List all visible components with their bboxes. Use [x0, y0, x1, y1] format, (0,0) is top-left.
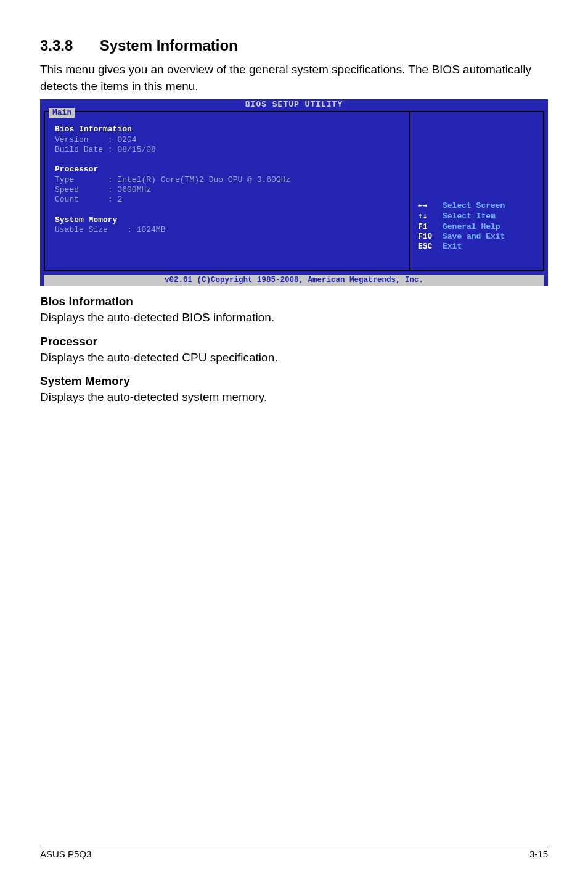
help-save-exit: Save and Exit — [443, 232, 505, 241]
arrow-left-right-icon: ←→ — [418, 200, 443, 210]
doc-bios-info-text: Displays the auto-detected BIOS informat… — [40, 310, 548, 326]
section-number: 3.3.8 — [40, 37, 96, 54]
footer-right: 3-15 — [529, 849, 548, 859]
help-select-screen: Select Screen — [443, 201, 505, 210]
bios-info-header: Bios Information — [55, 125, 132, 134]
bios-help-list: ←→Select Screen ↑↓Select Item F1General … — [418, 200, 505, 252]
proc-type-value: : Intel(R) Core(TM)2 Duo CPU @ 3.60GHz — [108, 175, 290, 184]
version-value: : 0204 — [108, 135, 137, 144]
help-general-help: General Help — [443, 222, 500, 231]
proc-speed-value: : 3600MHz — [108, 185, 151, 194]
doc-bios-info-heading: Bios Information — [40, 295, 548, 308]
build-date-value: : 08/15/08 — [108, 145, 156, 154]
proc-count-label: Count — [55, 195, 79, 204]
page-footer: ASUS P5Q3 3-15 — [40, 846, 548, 859]
doc-memory-heading: System Memory — [40, 374, 548, 388]
proc-type-label: Type — [55, 175, 74, 184]
mem-usable-label: Usable Size — [55, 225, 108, 234]
intro-paragraph: This menu gives you an overview of the g… — [40, 62, 548, 94]
section-title: System Information — [100, 37, 238, 54]
bios-body: Bios Information Version : 0204 Build Da… — [44, 111, 544, 271]
build-date-label: Build Date — [55, 145, 103, 154]
bios-info-panel: Bios Information Version : 0204 Build Da… — [45, 112, 410, 270]
doc-memory-text: Displays the auto-detected system memory… — [40, 389, 548, 406]
help-select-item: Select Item — [443, 212, 496, 221]
arrow-up-down-icon: ↑↓ — [418, 211, 443, 221]
bios-help-panel: ←→Select Screen ↑↓Select Item F1General … — [410, 112, 543, 270]
doc-processor-text: Displays the auto-detected CPU specifica… — [40, 350, 548, 366]
version-label: Version — [55, 135, 89, 144]
key-f10: F10 — [418, 232, 443, 242]
doc-processor-heading: Processor — [40, 335, 548, 349]
proc-speed-label: Speed — [55, 185, 79, 194]
bios-tab-main[interactable]: Main — [49, 108, 75, 118]
bios-window: BIOS SETUP UTILITY Main Bios Information… — [40, 99, 548, 286]
footer-left: ASUS P5Q3 — [40, 849, 91, 859]
memory-header: System Memory — [55, 215, 117, 225]
section-heading: 3.3.8 System Information — [40, 37, 548, 54]
key-esc: ESC — [418, 242, 443, 252]
bios-title: BIOS SETUP UTILITY — [40, 99, 548, 110]
bios-copyright: v02.61 (C)Copyright 1985-2008, American … — [44, 275, 544, 286]
key-f1: F1 — [418, 222, 443, 232]
processor-header: Processor — [55, 165, 98, 174]
proc-count-value: : 2 — [108, 195, 122, 204]
mem-usable-value: : 1024MB — [127, 225, 165, 234]
help-exit: Exit — [443, 242, 462, 251]
